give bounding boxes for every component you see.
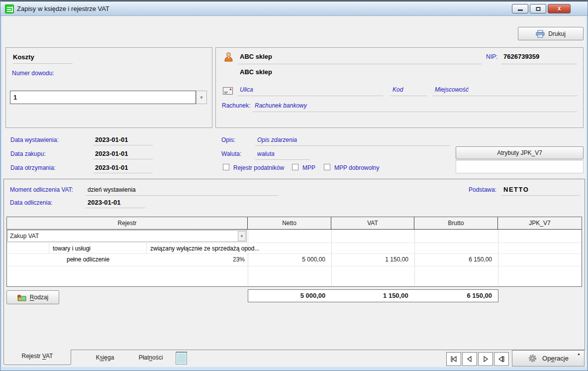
title-bar: Zapisy w księdze i rejestrze VAT x — [0, 0, 588, 16]
data-odliczenia-field[interactable]: 2023-01-01 — [88, 199, 121, 206]
moment-odliczenia-field[interactable]: dzień wystawienia — [88, 186, 136, 193]
moment-odliczenia-label: Moment odliczenia VAT: — [10, 186, 73, 193]
register-combobox[interactable]: Zakup VAT — [7, 230, 247, 242]
restore-icon — [536, 7, 540, 11]
window-edge-left — [0, 16, 2, 371]
person-icon — [224, 52, 233, 62]
restore-button[interactable] — [530, 4, 546, 13]
window-title: Zapisy w księdze i rejestrze VAT — [17, 5, 109, 12]
rodzaj-button-label: Rodzaj — [30, 294, 48, 301]
nav-next-button[interactable] — [478, 352, 493, 366]
register-dropdown-button[interactable]: ▼ — [238, 231, 246, 241]
folder-icon — [17, 294, 26, 301]
mpp-label: MPP — [302, 164, 315, 171]
col-header-netto: Netto — [248, 217, 331, 229]
atrybuty-jpk-button[interactable]: Atrybuty JPK_V7 — [456, 146, 584, 159]
window: Zapisy w księdze i rejestrze VAT x Druku… — [0, 0, 588, 371]
opis-label: Opis: — [221, 136, 235, 143]
address-card-icon — [223, 87, 233, 95]
gear-icon — [528, 354, 537, 363]
minimize-button[interactable] — [512, 4, 528, 13]
nav-previous-button[interactable] — [462, 352, 477, 366]
notes-icon[interactable] — [176, 351, 187, 365]
numer-dowodu-input[interactable]: 1 — [10, 91, 196, 104]
data-odliczenia-label: Data odliczenia: — [10, 199, 52, 206]
tab-ksiega-label: Księga — [96, 354, 114, 361]
data-zakupu-label: Data zakupu: — [10, 150, 46, 157]
postal-code-field[interactable]: Kod — [392, 86, 403, 93]
contractor-name2-field[interactable]: ABC sklep — [240, 68, 272, 76]
data-otrzymania-label: Data otrzymania: — [10, 164, 56, 171]
row-rate-brutto[interactable]: 6 150,00 — [415, 256, 492, 263]
mpp-checkbox[interactable] — [292, 164, 298, 170]
mpp-dobrowolny-checkbox[interactable] — [324, 164, 330, 170]
opis-field[interactable]: Opis zdarzenia — [257, 136, 297, 143]
tab-ksiega[interactable]: Księga — [80, 350, 130, 365]
jpk-attributes-field[interactable] — [456, 160, 584, 173]
nav-last-button[interactable] — [494, 352, 509, 366]
window-edge-bottom — [0, 367, 588, 371]
close-icon: x — [548, 4, 570, 13]
tab-rejestr-vat-label: Rejestr VAT — [22, 353, 53, 360]
printer-icon — [536, 30, 545, 38]
document-type-label: Koszty — [13, 53, 34, 61]
document-groupbox: Koszty Numer dowodu: 1 ▼ — [5, 47, 212, 128]
data-zakupu-field[interactable]: 2023-01-01 — [95, 150, 128, 157]
table-body: Zakup VAT ▼ towary i usługi związany wył… — [7, 230, 582, 286]
rodzaj-button[interactable]: Rodzaj — [6, 290, 59, 304]
window-edge-right — [586, 16, 588, 371]
print-button[interactable]: Drukuj — [518, 27, 584, 40]
totals-row: 5 000,00 1 150,00 6 150,00 — [248, 289, 498, 302]
tab-platnosci[interactable]: Płatności — [126, 350, 176, 365]
operacje-caret-icon: ▲ — [577, 352, 581, 356]
waluta-label: Waluta: — [221, 150, 241, 157]
street-field[interactable]: Ulica — [240, 86, 253, 93]
mpp-dobrowolny-label: MPP dobrowolny — [334, 164, 380, 171]
operacje-button-label: Operacje — [542, 355, 569, 362]
table-header-row: Rejestr Netto VAT Brutto JPK_V7 — [7, 217, 582, 230]
rachunek-label: Rachunek: — [222, 102, 250, 109]
print-button-label: Drukuj — [548, 30, 566, 37]
nav-next-icon — [482, 355, 490, 363]
rejestr-vat-tab-page: Moment odliczenia VAT: dzień wystawienia… — [3, 179, 585, 350]
nip-label: NIP: — [486, 53, 497, 60]
operacje-button[interactable]: Operacje ▲ — [512, 350, 585, 367]
vat-register-table: Rejestr Netto VAT Brutto JPK_V7 Zakup VA… — [6, 217, 582, 287]
col-header-jpk: JPK_V7 — [498, 217, 582, 229]
tab-platnosci-label: Płatności — [139, 354, 163, 361]
nav-first-button[interactable] — [446, 352, 461, 366]
col-header-brutto: Brutto — [414, 217, 498, 229]
row-rate-vat[interactable]: 1 150,00 — [332, 256, 408, 263]
nip-value-field[interactable]: 7626739359 — [503, 53, 539, 60]
app-icon — [5, 4, 14, 13]
nav-previous-icon — [466, 355, 474, 363]
city-field[interactable]: Miejscowość — [435, 86, 469, 93]
tab-rejestr-vat[interactable]: Rejestr VAT — [3, 350, 71, 365]
row-type-col1[interactable]: towary i usługi — [53, 245, 91, 252]
numer-dowodu-label: Numer dowodu: — [12, 70, 54, 77]
rachunek-field[interactable]: Rachunek bankowy — [255, 102, 307, 109]
nav-last-icon — [497, 355, 505, 363]
waluta-field[interactable]: waluta — [257, 150, 275, 157]
close-button[interactable]: x — [548, 4, 571, 13]
data-wystawienia-label: Data wystawienia: — [10, 136, 59, 143]
col-header-vat: VAT — [331, 217, 414, 229]
rejestr-podatnikow-checkbox[interactable] — [223, 164, 229, 170]
row-rate-percent[interactable]: 23% — [200, 256, 245, 263]
row-rate-netto[interactable]: 5 000,00 — [248, 256, 325, 263]
row-rate-name[interactable]: pełne odliczenie — [67, 256, 109, 263]
atrybuty-jpk-label: Atrybuty JPK_V7 — [497, 149, 542, 156]
data-wystawienia-field[interactable]: 2023-01-01 — [95, 136, 128, 143]
podstawa-value: NETTO — [503, 186, 529, 193]
total-netto: 5 000,00 — [248, 290, 331, 302]
minimize-icon — [518, 9, 523, 11]
contractor-groupbox: ABC sklep NIP: 7626739359 ABC sklep Ulic… — [215, 47, 584, 128]
numer-dowodu-dropdown-button[interactable]: ▼ — [196, 91, 207, 104]
rejestr-podatnikow-label: Rejestr podatników — [233, 164, 284, 171]
contractor-name-field[interactable]: ABC sklep — [240, 53, 272, 60]
data-otrzymania-field[interactable]: 2023-01-01 — [95, 164, 128, 171]
row-type-col2[interactable]: związany wyłącznie ze sprzedażą opod... — [150, 245, 259, 252]
total-vat: 1 150,00 — [331, 290, 414, 302]
col-header-rejestr: Rejestr — [7, 217, 248, 229]
document-type-underline — [13, 63, 73, 64]
